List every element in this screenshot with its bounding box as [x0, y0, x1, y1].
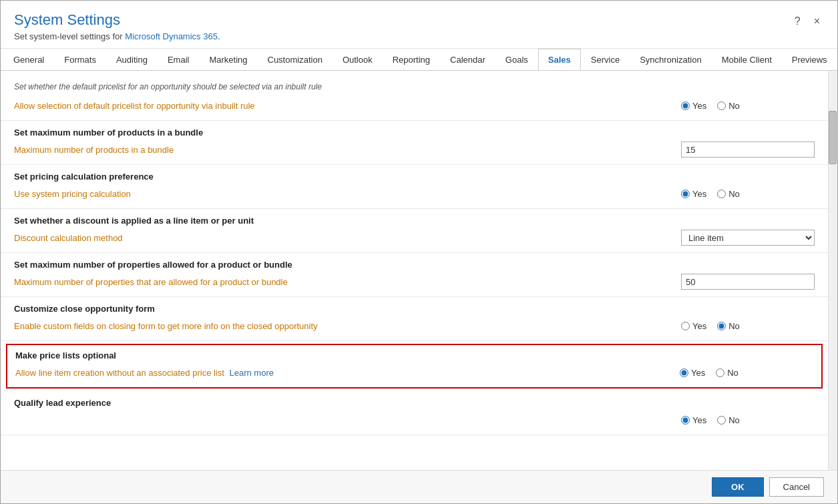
- qualify-lead-no-radio[interactable]: [717, 416, 726, 425]
- tab-formats[interactable]: Formats: [54, 49, 106, 70]
- section-row-pricelist: Allow selection of default pricelist for…: [14, 96, 815, 115]
- tab-goals[interactable]: Goals: [495, 49, 538, 70]
- pricing-calc-no-label: No: [728, 189, 740, 199]
- tab-marketing[interactable]: Marketing: [199, 49, 257, 70]
- section-default-pricelist: Set whether the default pricelist for an…: [1, 71, 828, 121]
- close-opp-label: Enable custom fields on closing form to …: [14, 321, 681, 331]
- qualify-lead-yes-label: Yes: [692, 415, 706, 425]
- max-properties-input[interactable]: [681, 274, 815, 290]
- section-discount-method: Set whether a discount is applied as a l…: [1, 209, 828, 253]
- section-pricing-calc: Set pricing calculation preference Use s…: [1, 165, 828, 209]
- truncated-title: Set whether the default pricelist for an…: [14, 82, 322, 91]
- pricelist-yes-option[interactable]: Yes: [681, 101, 706, 111]
- section-row-close-opp: Enable custom fields on closing form to …: [14, 316, 815, 335]
- qualify-lead-no-option[interactable]: No: [717, 415, 740, 425]
- dialog-header: System Settings Set system-level setting…: [1, 1, 837, 49]
- tab-mobile-client[interactable]: Mobile Client: [712, 49, 782, 70]
- dialog-footer: OK Cancel: [1, 470, 837, 503]
- pricelist-no-radio[interactable]: [717, 101, 726, 110]
- price-lists-radio-group: Yes No: [680, 368, 813, 378]
- pricelist-yes-label: Yes: [692, 101, 706, 111]
- section-max-properties: Set maximum number of properties allowed…: [1, 253, 828, 297]
- cancel-button[interactable]: Cancel: [769, 477, 824, 497]
- header-actions: ? ×: [791, 11, 824, 29]
- pricelist-no-label: No: [728, 101, 740, 111]
- qualify-lead-yes-option[interactable]: Yes: [681, 415, 706, 425]
- tabs-bar: General Formats Auditing Email Marketing…: [1, 49, 837, 71]
- max-properties-title: Set maximum number of properties allowed…: [14, 260, 815, 270]
- system-settings-dialog: System Settings Set system-level setting…: [0, 0, 838, 504]
- tab-customization[interactable]: Customization: [258, 49, 333, 70]
- pricelist-label: Allow selection of default pricelist for…: [14, 101, 681, 111]
- max-properties-label: Maximum number of properties that are al…: [14, 277, 681, 287]
- price-lists-yes-option[interactable]: Yes: [680, 368, 705, 378]
- tab-sales[interactable]: Sales: [538, 49, 581, 71]
- pricing-calc-title: Set pricing calculation preference: [14, 172, 815, 182]
- close-opp-radio-group: Yes No: [681, 321, 815, 331]
- tab-outlook[interactable]: Outlook: [333, 49, 383, 70]
- tab-previews[interactable]: Previews: [782, 49, 837, 70]
- ok-button[interactable]: OK: [712, 477, 764, 497]
- tab-service[interactable]: Service: [581, 49, 630, 70]
- close-opp-yes-option[interactable]: Yes: [681, 321, 706, 331]
- price-lists-label: Allow line item creation without an asso…: [15, 368, 680, 378]
- price-lists-no-radio[interactable]: [716, 368, 724, 377]
- close-opp-yes-label: Yes: [692, 321, 706, 331]
- section-row-max-products: Maximum number of products in a bundle: [14, 140, 815, 159]
- header-text: System Settings Set system-level setting…: [14, 11, 220, 41]
- price-lists-learn-more-link[interactable]: Learn more: [230, 368, 274, 378]
- section-max-products: Set maximum number of products in a bund…: [1, 121, 828, 165]
- dialog-subtitle: Set system-level settings for Microsoft …: [14, 31, 220, 41]
- scrollbar-track[interactable]: [828, 71, 837, 470]
- close-opp-no-option[interactable]: No: [717, 321, 740, 331]
- pricing-calc-no-radio[interactable]: [717, 190, 726, 198]
- pricing-calc-yes-radio[interactable]: [681, 190, 690, 198]
- close-button[interactable]: ×: [810, 14, 824, 29]
- max-products-label: Maximum number of products in a bundle: [14, 145, 681, 155]
- pricing-calc-no-option[interactable]: No: [717, 189, 740, 199]
- tab-auditing[interactable]: Auditing: [106, 49, 158, 70]
- tab-reporting[interactable]: Reporting: [383, 49, 440, 70]
- max-products-input[interactable]: [681, 142, 815, 158]
- pricelist-no-option[interactable]: No: [717, 101, 740, 111]
- section-price-lists-optional: Make price lists optional Allow line ite…: [6, 344, 823, 389]
- content-area: Set whether the default pricelist for an…: [1, 71, 828, 470]
- pricing-calc-yes-option[interactable]: Yes: [681, 189, 706, 199]
- qualify-lead-no-label: No: [728, 415, 740, 425]
- price-lists-no-option[interactable]: No: [716, 368, 739, 378]
- max-products-title: Set maximum number of products in a bund…: [14, 128, 815, 138]
- tab-email[interactable]: Email: [158, 49, 200, 70]
- section-row-truncated-title: Set whether the default pricelist for an…: [14, 77, 815, 96]
- discount-label: Discount calculation method: [14, 233, 681, 243]
- pricing-calc-radio-group: Yes No: [681, 189, 815, 199]
- pricing-calc-yes-label: Yes: [692, 189, 706, 199]
- section-row-discount: Discount calculation method Line item Pe…: [14, 228, 815, 247]
- close-opp-no-radio[interactable]: [717, 322, 726, 330]
- tab-calendar[interactable]: Calendar: [440, 49, 495, 70]
- price-lists-label-text: Allow line item creation without an asso…: [15, 368, 224, 378]
- pricelist-yes-radio[interactable]: [681, 101, 690, 110]
- tab-general[interactable]: General: [3, 49, 54, 70]
- section-qualify-lead: Qualify lead experience Yes No: [1, 391, 828, 435]
- price-lists-title: Make price lists optional: [15, 350, 813, 360]
- dialog-body: Set whether the default pricelist for an…: [1, 71, 837, 470]
- discount-method-title: Set whether a discount is applied as a l…: [14, 216, 815, 226]
- qualify-lead-title: Qualify lead experience: [14, 398, 815, 408]
- scrollbar-thumb[interactable]: [829, 111, 837, 164]
- max-properties-input-wrap: [681, 274, 815, 290]
- price-lists-yes-radio[interactable]: [680, 368, 688, 377]
- qualify-lead-radio-group: Yes No: [681, 415, 815, 425]
- tab-synchronization[interactable]: Synchronization: [630, 49, 712, 70]
- section-row-max-properties: Maximum number of properties that are al…: [14, 272, 815, 291]
- pricelist-radio-group: Yes No: [681, 101, 815, 111]
- pricing-calc-label: Use system pricing calculation: [14, 189, 681, 199]
- close-opportunity-title: Customize close opportunity form: [14, 304, 815, 314]
- qualify-lead-yes-radio[interactable]: [681, 416, 690, 425]
- discount-select[interactable]: Line item Per unit: [681, 230, 815, 246]
- close-opp-yes-radio[interactable]: [681, 322, 690, 330]
- brand-name: Microsoft Dynamics 365: [125, 31, 218, 41]
- discount-select-wrap: Line item Per unit: [681, 230, 815, 246]
- price-lists-yes-label: Yes: [691, 368, 705, 378]
- section-row-qualify-lead: Yes No: [14, 411, 815, 429]
- help-button[interactable]: ?: [791, 14, 805, 29]
